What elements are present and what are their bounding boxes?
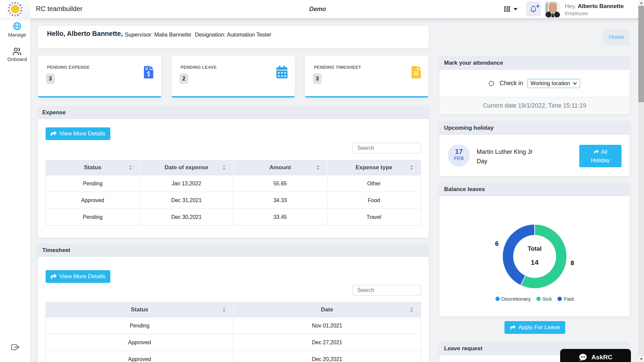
svg-text:1: 1 (16, 2, 19, 5)
svg-text:0: 0 (18, 4, 22, 7)
svg-text:0: 0 (14, 1, 16, 4)
svg-text:1: 1 (7, 7, 10, 9)
svg-text:1: 1 (20, 7, 23, 9)
svg-text:1: 1 (18, 12, 22, 15)
svg-text:1: 1 (14, 14, 16, 17)
svg-text:0: 0 (16, 13, 19, 17)
svg-text:1: 1 (11, 2, 13, 5)
svg-text:0: 0 (11, 13, 13, 17)
svg-text:1: 1 (8, 12, 12, 15)
svg-text:0: 0 (20, 9, 23, 12)
svg-text:0: 0 (8, 4, 12, 7)
svg-text:0: 0 (7, 9, 10, 12)
